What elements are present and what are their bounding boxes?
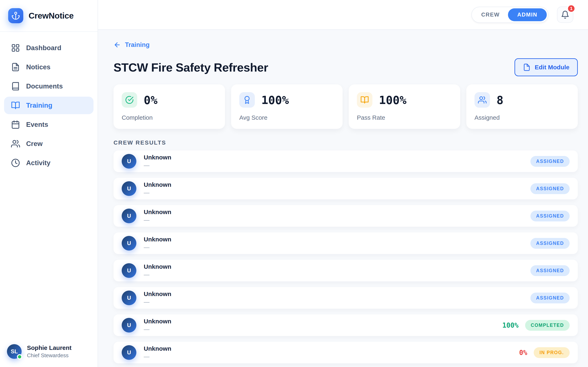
sidebar-item-documents[interactable]: Documents [4, 77, 94, 95]
role-toggle: CREW ADMIN [471, 7, 548, 23]
stat-top: 100% [357, 92, 452, 108]
sidebar-item-activity[interactable]: Activity [4, 154, 94, 172]
status-badge: ASSIGNED [530, 238, 570, 249]
crew-result-row[interactable]: U Unknown — ASSIGNED [113, 260, 578, 281]
anchor-logo-icon [8, 8, 23, 23]
row-right: ASSIGNED [530, 292, 570, 303]
crew-result-row[interactable]: U Unknown — 100% COMPLETED [113, 314, 578, 336]
row-right: ASSIGNED [530, 211, 570, 221]
user-meta: Sophie Laurent Chief Stewardess [27, 344, 71, 359]
crew-initial: U [127, 267, 131, 274]
crew-initial: U [127, 322, 131, 328]
crew-name: Unknown [144, 154, 171, 161]
status-badge: ASSIGNED [530, 265, 570, 276]
crew-result-row[interactable]: U Unknown — 0% IN PROG. [113, 342, 578, 363]
crew-initial: U [127, 185, 131, 192]
row-right: ASSIGNED [530, 238, 570, 249]
crew-result-row[interactable]: U Unknown — ASSIGNED [113, 233, 578, 254]
status-badge: IN PROG. [534, 347, 570, 358]
notifications-button[interactable]: 1 [557, 7, 573, 23]
check-circle-icon [122, 92, 137, 108]
crew-result-row[interactable]: U Unknown — ASSIGNED [113, 287, 578, 309]
users-icon [11, 139, 20, 148]
arrow-left-icon [113, 41, 121, 49]
sidebar-item-label: Documents [26, 82, 63, 90]
stat-value: 8 [497, 93, 503, 107]
current-user[interactable]: SL Sophie Laurent Chief Stewardess [0, 338, 98, 367]
sidebar-item-label: Training [26, 101, 52, 109]
user-role: Chief Stewardess [27, 352, 71, 359]
crew-avatar: U [122, 345, 136, 360]
sidebar-item-crew[interactable]: Crew [4, 135, 94, 152]
status-badge: ASSIGNED [530, 211, 570, 221]
row-right: 100% COMPLETED [502, 320, 570, 331]
title-row: STCW Fire Safety Refresher Edit Module [113, 58, 578, 76]
crew-avatar: U [122, 236, 136, 250]
stat-card-pass-rate: 100% Pass Rate [349, 84, 460, 129]
crew-initial: U [127, 295, 131, 301]
crew-detail: — [144, 162, 171, 169]
stat-card-completion: 0% Completion [113, 84, 225, 129]
stats-grid: 0% Completion 100% Avg Score 100% [113, 84, 578, 129]
crew-meta: Unknown — [144, 345, 171, 360]
status-badge: ASSIGNED [530, 183, 570, 194]
crew-avatar: U [122, 209, 136, 223]
user-initials: SL [11, 349, 18, 355]
crew-meta: Unknown — [144, 236, 171, 250]
page-title: STCW Fire Safety Refresher [113, 60, 268, 74]
sidebar-item-label: Crew [26, 140, 43, 148]
crew-avatar: U [122, 181, 136, 196]
score-value: 100% [502, 321, 518, 329]
back-to-training-link[interactable]: Training [113, 41, 150, 49]
crew-result-row[interactable]: U Unknown — ASSIGNED [113, 205, 578, 227]
topbar: CREW ADMIN 1 [98, 0, 588, 30]
crew-result-row[interactable]: U Unknown — ASSIGNED [113, 150, 578, 172]
sidebar-item-events[interactable]: Events [4, 116, 94, 133]
crew-result-row[interactable]: U Unknown — ASSIGNED [113, 178, 578, 200]
stat-value: 100% [379, 93, 406, 107]
status-badge: COMPLETED [525, 320, 570, 331]
book-open-icon [11, 101, 20, 110]
sidebar-item-dashboard[interactable]: Dashboard [4, 39, 94, 57]
toggle-admin-button[interactable]: ADMIN [508, 8, 547, 21]
toggle-crew-button[interactable]: CREW [473, 9, 508, 21]
users-icon [475, 92, 490, 108]
score-value: 0% [519, 349, 527, 357]
row-right: ASSIGNED [530, 265, 570, 276]
main-area: CREW ADMIN 1 Training STCW Fire Safety R… [98, 0, 588, 367]
crew-meta: Unknown — [144, 263, 171, 278]
status-badge: ASSIGNED [530, 156, 570, 167]
brand-name: CrewNotice [29, 11, 74, 21]
sidebar-item-training[interactable]: Training [4, 97, 94, 114]
crew-avatar: U [122, 291, 136, 305]
edit-module-label: Edit Module [535, 64, 570, 71]
row-right: ASSIGNED [530, 183, 570, 194]
crew-detail: — [144, 326, 171, 333]
brand-header: CrewNotice [0, 0, 98, 32]
crew-results-list: U Unknown — ASSIGNED U Unknown — [113, 150, 578, 363]
crew-name: Unknown [144, 263, 171, 270]
edit-module-button[interactable]: Edit Module [515, 58, 578, 76]
crew-detail: — [144, 217, 171, 223]
user-name: Sophie Laurent [27, 344, 71, 351]
calendar-icon [11, 120, 20, 129]
app-root: CrewNotice Dashboard Notices Documents T… [0, 0, 588, 367]
file-text-icon [11, 63, 20, 72]
back-link-label: Training [125, 41, 150, 49]
crew-meta: Unknown — [144, 318, 171, 333]
crew-meta: Unknown — [144, 291, 171, 305]
crew-detail: — [144, 299, 171, 305]
sidebar-item-notices[interactable]: Notices [4, 58, 94, 76]
crew-name: Unknown [144, 345, 171, 352]
sidebar-item-label: Events [26, 121, 48, 128]
online-status-dot [17, 354, 22, 359]
book-open-icon [357, 92, 372, 108]
book-icon [11, 82, 20, 91]
crew-meta: Unknown — [144, 209, 171, 223]
crew-avatar: U [122, 263, 136, 278]
sidebar: CrewNotice Dashboard Notices Documents T… [0, 0, 98, 367]
award-icon [239, 92, 255, 108]
crew-initial: U [127, 213, 131, 219]
stat-label: Completion [122, 114, 217, 121]
stat-label: Pass Rate [357, 114, 452, 121]
